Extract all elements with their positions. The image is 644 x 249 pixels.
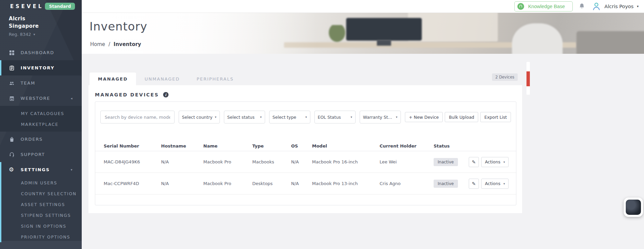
cell-serial: Mac-CCPWRF4D bbox=[104, 181, 161, 186]
bulk-upload-button[interactable]: Bulk Upload bbox=[445, 112, 478, 122]
team-icon bbox=[9, 80, 15, 86]
search-input[interactable] bbox=[100, 111, 175, 123]
chevron-down-icon: ▾ bbox=[71, 168, 73, 172]
chevron-down-icon: ▾ bbox=[305, 115, 307, 119]
breadcrumb-home-link[interactable]: Home bbox=[90, 41, 105, 47]
sidebar-item-admin-users[interactable]: ADMIN USERS bbox=[0, 177, 82, 188]
company-block: Alcris Singapore Reg. 8342 ▾ bbox=[0, 10, 82, 37]
breadcrumb: Home / Inventory bbox=[90, 41, 141, 47]
cell-name: Macbook Pro bbox=[203, 159, 252, 164]
breadcrumb-separator: / bbox=[108, 41, 110, 47]
sidebar-item-asset-settings[interactable]: ASSET SETTINGS bbox=[0, 199, 82, 210]
sub-item-label: ADMIN USERS bbox=[21, 180, 57, 185]
sidebar-item-marketplace[interactable]: MARKETPLACE bbox=[0, 119, 82, 130]
column-header-status: Status bbox=[434, 143, 469, 149]
sidebar-item-settings[interactable]: ⚙ SETTINGS ▾ bbox=[0, 162, 82, 177]
eol-status-filter-select[interactable]: EOL Status ▾ bbox=[314, 111, 356, 123]
new-device-button[interactable]: + New Device bbox=[405, 112, 443, 122]
notifications-bell-icon[interactable] bbox=[579, 3, 586, 10]
status-filter-select[interactable]: Select status ▾ bbox=[224, 111, 265, 123]
top-bar: Knowledge Base Alcris Poyos ▾ bbox=[82, 0, 644, 13]
row-actions-dropdown-button[interactable]: Actions ▾ bbox=[481, 179, 509, 189]
type-filter-select[interactable]: Select type ▾ bbox=[269, 111, 310, 123]
sidebar-item-orders[interactable]: ORDERS bbox=[0, 132, 82, 147]
support-icon bbox=[9, 152, 15, 157]
edit-device-button[interactable]: ✎ bbox=[469, 157, 479, 167]
cell-hostname: N/A bbox=[161, 181, 203, 186]
knowledge-base-button[interactable]: Knowledge Base bbox=[514, 1, 573, 12]
sidebar-item-sign-in-options[interactable]: SIGN IN OPTIONS bbox=[0, 221, 82, 231]
info-icon[interactable]: i bbox=[163, 92, 169, 97]
sidebar-item-my-catalogues[interactable]: MY CATALOGUES bbox=[0, 108, 82, 119]
country-filter-select[interactable]: Select country ▾ bbox=[179, 111, 220, 123]
headset-icon bbox=[517, 3, 524, 10]
inventory-icon bbox=[9, 65, 15, 71]
column-header-serial: Serial Number bbox=[104, 143, 161, 149]
sidebar-item-support[interactable]: SUPPORT bbox=[0, 147, 82, 162]
knowledge-base-label: Knowledge Base bbox=[528, 4, 565, 9]
dashboard-icon bbox=[9, 50, 15, 55]
sidebar-item-team[interactable]: TEAM bbox=[0, 75, 82, 91]
sidebar-nav: DASHBOARD INVENTORY TEAM WEBSTORE ◂ bbox=[0, 45, 82, 242]
select-value: Select country bbox=[182, 115, 212, 120]
filters-row: Select country ▾ Select status ▾ Select … bbox=[95, 102, 516, 123]
chevron-down-icon: ▾ bbox=[504, 160, 505, 164]
pencil-icon: ✎ bbox=[472, 159, 476, 165]
sidebar-item-label: SUPPORT bbox=[21, 152, 45, 157]
section-title-row: MANAGED DEVICES i bbox=[88, 85, 522, 97]
sidebar-item-stipend-settings[interactable]: STIPEND SETTINGS bbox=[0, 210, 82, 221]
row-actions: ✎ Actions ▾ bbox=[469, 179, 509, 189]
select-value: EOL Status bbox=[318, 115, 341, 120]
sidebar-item-label: TEAM bbox=[21, 81, 35, 86]
page-banner: Inventory Home / Inventory bbox=[82, 13, 644, 54]
inventory-tabs: MANAGED UNMANAGED PERIPHERALS bbox=[88, 72, 522, 85]
sidebar-item-country-selection[interactable]: COUNTRY SELECTION bbox=[0, 188, 82, 199]
select-value: Warranty Status bbox=[363, 115, 394, 120]
status-badge: Inactive bbox=[434, 180, 458, 188]
cell-status: Inactive bbox=[434, 158, 469, 166]
column-header-type: Type bbox=[252, 143, 291, 149]
chevron-down-icon: ▾ bbox=[637, 4, 639, 8]
tab-managed[interactable]: MANAGED bbox=[89, 72, 136, 85]
edit-device-button[interactable]: ✎ bbox=[469, 179, 479, 189]
sidebar-item-webstore[interactable]: WEBSTORE ◂ bbox=[0, 91, 82, 106]
section-title: MANAGED DEVICES bbox=[95, 92, 159, 97]
sidebar-item-inventory[interactable]: INVENTORY bbox=[0, 60, 82, 75]
warranty-status-filter-select[interactable]: Warranty Status ▾ bbox=[360, 111, 401, 123]
select-value: Select status bbox=[227, 115, 255, 120]
row-actions-dropdown-button[interactable]: Actions ▾ bbox=[481, 157, 509, 167]
cell-os: N/A bbox=[291, 159, 312, 164]
sidebar-item-label: DASHBOARD bbox=[21, 50, 54, 55]
breadcrumb-current: Inventory bbox=[113, 41, 141, 47]
cell-type: Macbooks bbox=[252, 159, 291, 164]
scrollbar-marker[interactable] bbox=[526, 62, 530, 95]
sidebar-item-label: WEBSTORE bbox=[21, 96, 50, 101]
tab-unmanaged[interactable]: UNMANAGED bbox=[136, 72, 188, 85]
chevron-down-icon: ▾ bbox=[33, 32, 35, 36]
sidebar-item-dashboard[interactable]: DASHBOARD bbox=[0, 45, 82, 60]
sub-item-label: SIGN IN OPTIONS bbox=[21, 224, 66, 229]
plan-badge: Standard bbox=[45, 3, 75, 10]
devices-table: Serial Number Hostname Name Type OS Mode… bbox=[95, 141, 516, 195]
export-list-button[interactable]: Export List bbox=[480, 112, 511, 122]
chevron-down-icon: ▾ bbox=[351, 115, 352, 119]
sidebar-footer bbox=[0, 241, 82, 249]
orders-icon bbox=[9, 136, 15, 142]
company-name: Alcris Singapore bbox=[9, 15, 46, 30]
user-avatar-icon bbox=[592, 2, 601, 11]
chat-widget-button[interactable] bbox=[624, 198, 643, 217]
sidebar-item-label: INVENTORY bbox=[21, 65, 54, 70]
table-row: Mac-CCPWRF4D N/A Macbook Pro Desktops N/… bbox=[95, 173, 516, 195]
user-menu[interactable]: Alcris Poyos ▾ bbox=[592, 2, 639, 11]
webstore-submenu: MY CATALOGUES MARKETPLACE bbox=[0, 106, 82, 132]
chevron-down-icon: ▾ bbox=[504, 182, 505, 185]
company-registration-switcher[interactable]: Reg. 8342 ▾ bbox=[9, 32, 75, 37]
chevron-left-icon: ◂ bbox=[71, 96, 73, 100]
column-header-os: OS bbox=[291, 143, 312, 149]
chevron-down-icon: ▾ bbox=[215, 115, 216, 119]
sub-item-label: MY CATALOGUES bbox=[21, 111, 64, 116]
gear-icon: ⚙ bbox=[9, 167, 15, 173]
chevron-down-icon: ▾ bbox=[260, 115, 262, 119]
tab-peripherals[interactable]: PERIPHERALS bbox=[188, 72, 242, 85]
column-header-model: Model bbox=[312, 143, 380, 149]
